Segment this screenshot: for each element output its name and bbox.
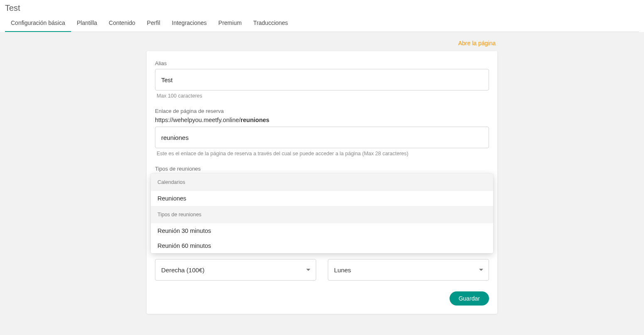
alias-field-group: Alias Max 100 caracteres — [155, 60, 489, 99]
dropdown-option[interactable]: Reunión 30 minutos — [151, 223, 493, 238]
booking-link-group: Enlace de página de reserva https://wehe… — [155, 108, 489, 156]
settings-card: Alias Max 100 caracteres Enlace de págin… — [147, 51, 497, 314]
alias-input[interactable] — [155, 69, 489, 90]
content-area: Abre la página Alias Max 100 caracteres … — [0, 32, 644, 335]
currency-position-select[interactable]: Derecha (100€) — [155, 259, 316, 281]
week-start-value: Lunes — [334, 267, 351, 274]
booking-url-preview: https://wehelpyou.meetfy.online/reunione… — [155, 117, 489, 123]
dropdown-option[interactable]: Reunión 60 minutos — [151, 238, 493, 253]
tab-1[interactable]: Plantilla — [71, 15, 103, 32]
booking-slug-input[interactable] — [155, 127, 489, 148]
dropdown-option[interactable]: Reuniones — [151, 191, 493, 206]
dropdown-group-header: Tipos de reuniones — [151, 206, 493, 223]
alias-label: Alias — [155, 60, 489, 66]
tab-5[interactable]: Premium — [213, 15, 248, 32]
selects-row: Derecha (100€) Lunes — [155, 259, 489, 281]
meeting-types-label: Tipos de reuniones — [155, 166, 489, 172]
open-page-link[interactable]: Abre la página — [458, 40, 496, 46]
meeting-types-dropdown[interactable]: CalendariosReunionesTipos de reunionesRe… — [151, 174, 493, 253]
week-start-select[interactable]: Lunes — [328, 259, 489, 281]
tab-2[interactable]: Contenido — [103, 15, 141, 32]
alias-helper: Max 100 caracteres — [155, 93, 489, 99]
dropdown-group-header: Calendarios — [151, 174, 493, 191]
tab-0[interactable]: Configuración básica — [5, 15, 71, 32]
booking-slug: reuniones — [241, 117, 269, 123]
tab-3[interactable]: Perfil — [141, 15, 166, 32]
booking-base-url: https://wehelpyou.meetfy.online/ — [155, 117, 241, 123]
tab-6[interactable]: Traducciones — [248, 15, 294, 32]
currency-position-value: Derecha (100€) — [161, 267, 204, 274]
tab-4[interactable]: Integraciones — [166, 15, 213, 32]
tabs-bar: Configuración básicaPlantillaContenidoPe… — [5, 15, 639, 32]
booking-link-helper: Este es el enlace de la página de reserv… — [155, 151, 489, 156]
page-title: Test — [5, 2, 639, 15]
meeting-types-group: Tipos de reuniones CalendariosReunionesT… — [155, 166, 489, 253]
save-button[interactable]: Guardar — [450, 291, 489, 306]
booking-link-label: Enlace de página de reserva — [155, 108, 489, 114]
